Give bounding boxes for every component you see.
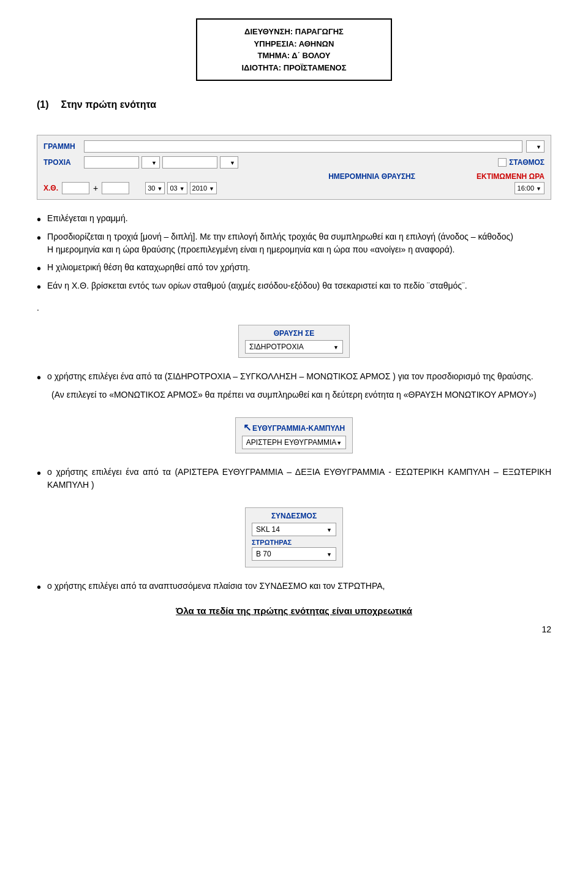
stathmos-label: ΣΤΑΘΜΟΣ (509, 158, 545, 167)
footer-text-area: Όλα τα πεδία της πρώτης ενότητας είναι υ… (37, 605, 551, 616)
day-select[interactable]: 30 (145, 182, 165, 194)
bullet-section-2: • ο χρήστης επιλέγει ένα από τα (ΣΙΔΗΡΟΤ… (37, 370, 551, 401)
section-number: (1) (37, 99, 49, 110)
header-line1: ΔΙΕΥΘΥΝΣΗ: ΠΑΡΑΓΩΓΗΣ (206, 26, 382, 38)
bullet-item-2: • Προσδιορίζεται η τροχιά [μονή – διπλή]… (37, 230, 551, 256)
bullet-text-2: Προσδιορίζεται η τροχιά [μονή – διπλή]. … (47, 230, 551, 256)
xth-input2[interactable] (102, 182, 129, 194)
bullet-item-eythygr: • ο χρήστης επιλέγει ένα από τα (ΑΡΙΣΤΕΡ… (37, 466, 551, 491)
trochia-select1[interactable] (141, 156, 160, 169)
month-select[interactable]: 03 (167, 182, 187, 194)
year-value: 2010 (192, 184, 207, 192)
trochia-arrow2 (230, 159, 235, 166)
date-label: ΗΜΕΡΟΜΗΝΙΑ ΘΡΑΥΣΗΣ (328, 172, 415, 181)
syndesmos-b70-row: B 70 (252, 547, 336, 561)
dot-separator: . (37, 303, 551, 313)
eythygr-select[interactable]: ΑΡΙΣΤΕΡΗ ΕΥΘΥΓΡΑΜΜΙΑ (242, 436, 346, 449)
bullet-dot-syndesmos: • (37, 581, 41, 593)
bullet-monwtikos-text: (Αν επιλεγεί το «ΜΟΝΩΤΙΚΟΣ ΑΡΜΟΣ» θα πρέ… (51, 389, 551, 401)
thrausis-box: ΘΡΑΥΣΗ ΣΕ ΣΙΔΗΡΟΤΡΟΧΙΑ (238, 325, 350, 358)
xth-input1[interactable] (62, 182, 89, 194)
bullet-text-eythygr: ο χρήστης επιλέγει ένα από τα (ΑΡΙΣΤΕΡΑ … (47, 466, 551, 491)
date-selects: 30 03 2010 (145, 182, 217, 194)
bullet-dot-eythygr: • (37, 467, 41, 479)
syndesmos-skl-row: SKL 14 (252, 523, 336, 536)
year-arrow (209, 184, 214, 192)
trochia-input2[interactable] (162, 156, 217, 169)
grammh-select[interactable] (526, 140, 545, 153)
header-line3: ΤΜΗΜΑ: Δ΄ ΒΟΛΟΥ (206, 50, 382, 62)
bullet-text-syndesmos: ο χρήστης επιλέγει από τα αναπτυσσόμενα … (47, 580, 551, 593)
syndesmos-skl-select[interactable]: SKL 14 (252, 523, 336, 536)
bullet-item-4: • Εάν η Χ.Θ. βρίσκεται εντός των ορίων σ… (37, 279, 551, 293)
eythygr-title: ↖ΕΥΘΥΓΡΑΜΜΙΑ-ΚΑΜΠΥΛΗ (242, 422, 346, 433)
form-row-xth: Χ.Θ. + 30 03 2010 16:00 (43, 182, 545, 194)
bullet-dot-3: • (37, 262, 41, 275)
section-heading-row: (1) Στην πρώτη ενότητα (37, 99, 551, 123)
bullet-item-thrausis: • ο χρήστης επιλέγει ένα από τα (ΣΙΔΗΡΟΤ… (37, 370, 551, 384)
syndesmos-skl-label: SKL 14 (256, 525, 280, 534)
bullet-text-1: Επιλέγεται η γραμμή. (47, 212, 551, 225)
footer-text: Όλα τα πεδία της πρώτης ενότητας είναι υ… (176, 605, 412, 616)
trochia-label: ΤΡΟΧΙΑ (43, 158, 80, 167)
eythygr-arrow (336, 438, 342, 447)
syndesmos-b70-label: B 70 (256, 550, 271, 558)
bullet-dot-1: • (37, 213, 41, 226)
cursor-icon: ↖ (243, 422, 251, 433)
eythygr-option: ΑΡΙΣΤΕΡΗ ΕΥΘΥΓΡΑΜΜΙΑ (246, 438, 336, 447)
day-arrow (157, 184, 162, 192)
grammh-arrow (536, 143, 541, 150)
year-select[interactable]: 2010 (190, 182, 217, 194)
strotiras-sublabel: ΣΤΡΩΤΗΡΑΣ (252, 539, 336, 546)
trochia-select2[interactable] (220, 156, 238, 169)
bullet-dot-4: • (37, 281, 41, 293)
syndesmos-skl-arrow (326, 525, 332, 534)
syndesmos-box: ΣΥΝΔΕΣΜΟΣ SKL 14 ΣΤΡΩΤΗΡΑΣ B 70 (245, 507, 343, 567)
bullet-item-1: • Επιλέγεται η γραμμή. (37, 212, 551, 226)
date-est-labels-row: ΗΜΕΡΟΜΗΝΙΑ ΘΡΑΥΣΗΣ ΕΚΤΙΜΩΜΕΝΗ ΩΡΑ (43, 172, 545, 181)
grammh-input[interactable] (84, 140, 522, 153)
day-value: 30 (148, 184, 155, 192)
syndesmos-b70-arrow (326, 550, 332, 558)
form-row-trochia: ΤΡΟΧΙΑ ΣΤΑΘΜΟΣ (43, 156, 545, 169)
time-value: 16:00 (518, 184, 535, 192)
xth-label: Χ.Θ. (43, 184, 58, 192)
bullet-dot-thrausis: • (37, 371, 41, 384)
form-row-grammh: ΓΡΑΜΜΗ (43, 140, 545, 153)
time-arrow (536, 184, 541, 192)
form-box: ΓΡΑΜΜΗ ΤΡΟΧΙΑ ΣΤΑΘΜΟΣ (37, 135, 551, 200)
est-label: ΕΚΤΙΜΩΜΕΝΗ ΩΡΑ (477, 172, 545, 181)
time-select[interactable]: 16:00 (514, 182, 545, 194)
trochia-input1[interactable] (84, 156, 139, 169)
syndesmos-title: ΣΥΝΔΕΣΜΟΣ (252, 512, 336, 520)
header-box: ΔΙΕΥΘΥΝΣΗ: ΠΑΡΑΓΩΓΗΣ ΥΠΗΡΕΣΙΑ: ΑΘΗΝΩΝ ΤΜ… (196, 18, 392, 81)
bullet-text-thrausis: ο χρήστης επιλέγει ένα από τα (ΣΙΔΗΡΟΤΡΟ… (47, 370, 551, 383)
bullet-section-3: • ο χρήστης επιλέγει ένα από τα (ΑΡΙΣΤΕΡ… (37, 466, 551, 491)
month-arrow (179, 184, 185, 192)
bullet-item-syndesmos: • ο χρήστης επιλέγει από τα αναπτυσσόμεν… (37, 580, 551, 593)
thrausis-arrow (333, 343, 339, 351)
bullet-section-4: • ο χρήστης επιλέγει από τα αναπτυσσόμεν… (37, 580, 551, 593)
trochia-arrow1 (151, 159, 157, 166)
bullet-item-3: • Η χιλιομετρική θέση θα καταχωρηθεί από… (37, 261, 551, 275)
stathmos-checkbox-area[interactable]: ΣΤΑΘΜΟΣ (498, 158, 545, 167)
grammh-label: ΓΡΑΜΜΗ (43, 142, 80, 151)
eythygr-box: ↖ΕΥΘΥΓΡΑΜΜΙΑ-ΚΑΜΠΥΛΗ ΑΡΙΣΤΕΡΗ ΕΥΘΥΓΡΑΜΜΙ… (235, 417, 353, 453)
header-line2: ΥΠΗΡΕΣΙΑ: ΑΘΗΝΩΝ (206, 38, 382, 50)
month-value: 03 (170, 184, 177, 192)
header-line4: ΙΔΙΟΤΗΤΑ: ΠΡΟΪΣΤΑΜΕΝΟΣ (206, 62, 382, 74)
bullet-text-3: Η χιλιομετρική θέση θα καταχωρηθεί από τ… (47, 261, 551, 274)
bullet-text-4: Εάν η Χ.Θ. βρίσκεται εντός των ορίων στα… (47, 279, 551, 292)
thrausis-select[interactable]: ΣΙΔΗΡΟΤΡΟΧΙΑ (245, 340, 343, 354)
syndesmos-b70-select[interactable]: B 70 (252, 547, 336, 561)
page: ΔΙΕΥΘΥΝΣΗ: ΠΑΡΑΓΩΓΗΣ ΥΠΗΡΕΣΙΑ: ΑΘΗΝΩΝ ΤΜ… (0, 0, 588, 653)
thrausis-title: ΘΡΑΥΣΗ ΣΕ (245, 329, 343, 338)
plus-sign: + (93, 183, 98, 193)
stathmos-checkbox[interactable] (498, 158, 507, 167)
bullet-section-1: • Επιλέγεται η γραμμή. • Προσδιορίζεται … (37, 212, 551, 293)
section-title: Στην πρώτη ενότητα (61, 99, 156, 110)
syndesmos-center: ΣΥΝΔΕΣΜΟΣ SKL 14 ΣΤΡΩΤΗΡΑΣ B 70 (37, 501, 551, 574)
thrausis-option: ΣΙΔΗΡΟΤΡΟΧΙΑ (249, 343, 304, 351)
thrausis-center: ΘΡΑΥΣΗ ΣΕ ΣΙΔΗΡΟΤΡΟΧΙΑ (37, 319, 551, 364)
bullet-dot-2: • (37, 232, 41, 244)
